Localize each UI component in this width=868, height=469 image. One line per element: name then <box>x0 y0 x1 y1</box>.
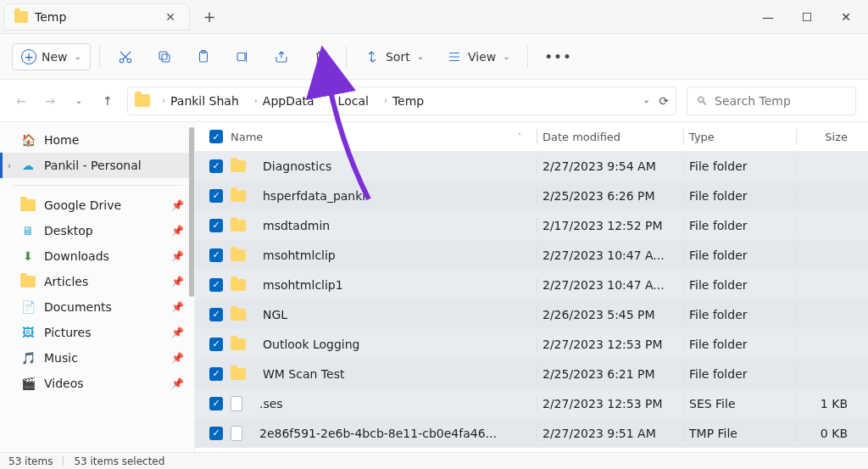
folder-icon <box>231 190 246 202</box>
recent-chevron[interactable]: ⌄ <box>70 96 88 105</box>
file-name: msdtadmin <box>263 219 330 232</box>
share-button[interactable] <box>264 43 298 70</box>
row-checkbox[interactable]: ✓ <box>209 159 223 173</box>
table-row[interactable]: ✓msohtmlclip2/27/2023 10:47 A...File fol… <box>195 240 868 270</box>
breadcrumb[interactable]: ›AppData <box>248 94 318 108</box>
table-row[interactable]: ✓NGL2/26/2023 5:45 PMFile folder <box>195 299 868 329</box>
separator <box>346 46 347 68</box>
new-button[interactable]: + New ⌄ <box>12 43 91 70</box>
dots-icon: ••• <box>545 50 573 64</box>
sidebar-item[interactable]: Google Drive📌 <box>0 193 194 218</box>
copy-button[interactable] <box>147 43 181 70</box>
videos-icon: 🎬 <box>20 377 36 390</box>
table-row[interactable]: ✓msohtmlclip12/27/2023 10:47 A...File fo… <box>195 270 868 299</box>
cut-button[interactable] <box>108 43 142 70</box>
paste-button[interactable] <box>186 43 220 70</box>
clipboard-icon <box>195 48 212 65</box>
main-area: 🏠 Home › ☁ Pankil - Personal Google Driv… <box>0 122 868 452</box>
pin-icon: 📌 <box>171 352 184 364</box>
row-checkbox[interactable]: ✓ <box>209 219 223 232</box>
pin-icon: 📌 <box>171 225 184 237</box>
search-input[interactable] <box>715 94 847 108</box>
select-all-checkbox[interactable]: ✓ <box>209 130 223 143</box>
row-checkbox[interactable]: ✓ <box>209 338 223 351</box>
column-label: Name <box>231 131 263 143</box>
sidebar-item-label: Home <box>44 133 79 147</box>
row-checkbox[interactable]: ✓ <box>209 278 223 292</box>
close-tab-icon[interactable]: ✕ <box>162 10 179 24</box>
address-bar[interactable]: ›Pankil Shah ›AppData ›Local ›Temp ⌄ ⟳ <box>127 87 676 115</box>
table-row[interactable]: ✓WM Scan Test2/25/2023 6:21 PMFile folde… <box>195 359 868 388</box>
delete-button[interactable] <box>303 43 337 70</box>
pin-icon: 📌 <box>171 301 184 313</box>
sidebar-item[interactable]: ⬇Downloads📌 <box>0 243 194 269</box>
row-checkbox[interactable]: ✓ <box>209 248 223 262</box>
file-name: NGL <box>263 308 287 321</box>
sort-ascending-icon: ˄ <box>518 132 532 141</box>
column-name[interactable]: Name˄ <box>231 131 531 143</box>
column-size[interactable]: Size <box>802 131 861 143</box>
row-checkbox[interactable]: ✓ <box>209 427 223 440</box>
row-checkbox[interactable]: ✓ <box>209 189 223 203</box>
breadcrumb[interactable]: ›Pankil Shah <box>155 94 242 108</box>
sidebar-item[interactable]: 🎬Videos📌 <box>0 371 194 396</box>
window-tab[interactable]: Temp ✕ <box>3 3 190 31</box>
close-button[interactable]: ✕ <box>837 10 854 24</box>
table-row[interactable]: ✓Diagnostics2/27/2023 9:54 AMFile folder <box>195 151 868 181</box>
table-row[interactable]: ✓.ses2/27/2023 12:53 PMSES File1 KB <box>195 388 868 418</box>
sidebar-item[interactable]: 🎵Music📌 <box>0 345 194 371</box>
row-checkbox[interactable]: ✓ <box>209 367 223 381</box>
chevron-down-icon: ⌄ <box>75 52 81 61</box>
folder-icon <box>231 279 246 291</box>
sidebar-onedrive[interactable]: › ☁ Pankil - Personal <box>0 153 194 178</box>
sidebar-item-label: Downloads <box>44 249 109 263</box>
address-row: ← → ⌄ ↑ ›Pankil Shah ›AppData ›Local ›Te… <box>0 80 868 122</box>
sidebar-item[interactable]: 📄Documents📌 <box>0 294 194 320</box>
rename-button[interactable] <box>225 43 259 70</box>
row-checkbox[interactable]: ✓ <box>209 308 223 321</box>
svg-rect-2 <box>162 54 170 62</box>
table-row[interactable]: ✓2e86f591-2e6b-4bcb-8e11-cb0e4fa46...2/2… <box>195 418 868 448</box>
chevron-down-icon: ⌄ <box>503 52 509 61</box>
toolbar: + New ⌄ Sort ⌄ View ⌄ ••• <box>0 34 868 80</box>
new-tab-button[interactable]: + <box>198 8 220 25</box>
view-button[interactable]: View ⌄ <box>437 43 519 70</box>
more-button[interactable]: ••• <box>537 45 581 69</box>
refresh-button[interactable]: ⟳ <box>659 94 669 108</box>
scissors-icon <box>117 48 134 65</box>
address-dropdown[interactable]: ⌄ <box>643 94 650 108</box>
sidebar-item[interactable]: 🖼Pictures📌 <box>0 320 194 345</box>
file-date: 2/27/2023 12:53 PM <box>542 338 678 351</box>
table-row[interactable]: ✓msdtadmin2/17/2023 12:52 PMFile folder <box>195 210 868 240</box>
column-date[interactable]: Date modified <box>542 131 678 143</box>
back-button[interactable]: ← <box>12 94 31 108</box>
sidebar-item[interactable]: 🖥Desktop📌 <box>0 218 194 243</box>
minimize-button[interactable]: — <box>760 10 776 24</box>
chevron-down-icon: ⌄ <box>417 52 424 61</box>
titlebar: Temp ✕ + — ☐ ✕ <box>0 0 868 34</box>
file-date: 2/26/2023 5:45 PM <box>542 308 678 321</box>
pin-icon: 📌 <box>171 199 184 211</box>
crumb-label: Pankil Shah <box>170 94 239 108</box>
folder-icon <box>231 309 246 321</box>
table-row[interactable]: ✓hsperfdata_panki2/25/2023 6:26 PMFile f… <box>195 181 868 210</box>
status-count: 53 items <box>8 455 53 467</box>
row-checkbox[interactable]: ✓ <box>209 397 223 410</box>
forward-button[interactable]: → <box>41 94 59 108</box>
sidebar-item[interactable]: Articles📌 <box>0 269 194 294</box>
chevron-right-icon: › <box>8 161 11 170</box>
breadcrumb[interactable]: ›Temp <box>377 94 427 108</box>
search-box[interactable]: 🔍︎ <box>687 87 856 115</box>
column-type[interactable]: Type <box>689 131 791 143</box>
maximize-button[interactable]: ☐ <box>798 10 815 24</box>
sidebar-item-label: Music <box>44 351 78 365</box>
file-name: Outlook Logging <box>263 338 360 351</box>
window-controls: — ☐ ✕ <box>760 10 868 24</box>
scrollbar-thumb[interactable] <box>189 127 194 297</box>
table-row[interactable]: ✓Outlook Logging2/27/2023 12:53 PMFile f… <box>195 329 868 359</box>
breadcrumb[interactable]: ›Local <box>323 94 372 108</box>
sidebar-home[interactable]: 🏠 Home <box>0 127 194 153</box>
up-button[interactable]: ↑ <box>98 94 117 108</box>
file-type: TMP File <box>689 427 791 440</box>
sort-button[interactable]: Sort ⌄ <box>355 43 432 70</box>
